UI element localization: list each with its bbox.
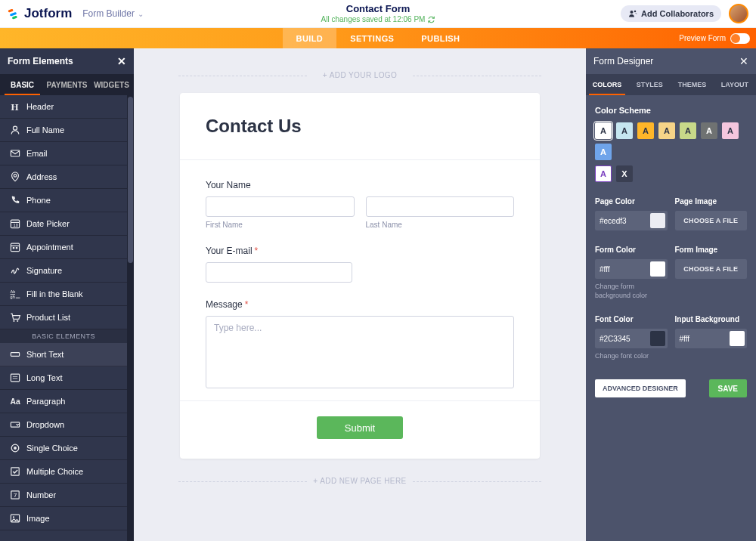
user-avatar[interactable] — [729, 4, 748, 23]
tab-styles[interactable]: STYLES — [628, 74, 671, 95]
element-signature[interactable]: Signature — [0, 259, 127, 283]
svg-point-34 — [13, 516, 14, 518]
element-date[interactable]: 10Date Picker — [0, 212, 127, 236]
form-heading-section[interactable]: Contact Us — [180, 93, 540, 159]
required-indicator: * — [245, 299, 249, 310]
element-header[interactable]: HHeader — [0, 95, 127, 119]
color-swatch[interactable]: A — [595, 122, 612, 139]
element-number[interactable]: 7Number — [0, 484, 127, 507]
svg-rect-15 — [16, 247, 17, 249]
chevron-down-icon: ⌄ — [138, 10, 144, 18]
svg-text:H: H — [11, 102, 18, 113]
element-label: Signature — [26, 266, 62, 275]
color-swatch[interactable]: A — [680, 122, 696, 139]
element-label: Short Text — [26, 350, 64, 359]
form-image-choose-button[interactable]: CHOOSE A FILE — [675, 259, 748, 279]
element-image[interactable]: Image — [0, 507, 127, 530]
main-area: Form Elements ✕ BASIC PAYMENTS WIDGETS H… — [0, 48, 756, 541]
font-color-chip — [650, 331, 665, 346]
prop-row-page: Page Color #ecedf3 Page Image CHOOSE A F… — [595, 197, 747, 230]
form-title[interactable]: Contact Form — [321, 3, 435, 14]
element-long[interactable]: Long Text — [0, 366, 127, 390]
color-swatch[interactable]: A — [701, 122, 717, 139]
element-single[interactable]: Single Choice — [0, 437, 127, 460]
email-input[interactable] — [206, 262, 352, 283]
right-panel-header: Form Designer ✕ — [586, 48, 756, 74]
close-right-panel-icon[interactable]: ✕ — [739, 55, 748, 67]
short-icon — [7, 348, 23, 360]
save-status-text: All changes saved at 12:06 PM — [321, 15, 426, 23]
element-label: Appointment — [26, 243, 73, 252]
form-color-chip — [650, 261, 665, 277]
element-phone[interactable]: Phone — [0, 189, 127, 212]
field-email[interactable]: Your E-mail* — [206, 246, 514, 283]
add-page-placeholder[interactable]: + ADD NEW PAGE HERE — [134, 477, 586, 485]
tab-build[interactable]: BUILD — [283, 28, 337, 48]
designer-save-button[interactable]: SAVE — [709, 379, 748, 397]
element-address[interactable]: Address — [0, 165, 127, 189]
tab-themes[interactable]: THEMES — [671, 74, 714, 95]
color-swatch[interactable]: A — [595, 144, 612, 160]
form-heading: Contact Us — [206, 116, 514, 137]
element-label: Image — [26, 514, 50, 523]
date-icon: 10 — [7, 218, 23, 230]
input-bg-input[interactable]: #fff — [675, 329, 748, 348]
add-collaborators-button[interactable]: Add Collaborators — [621, 5, 721, 22]
mode-selector[interactable]: Form Builder ⌄ — [82, 8, 144, 19]
address-icon — [7, 171, 23, 183]
subtab-basic[interactable]: BASIC — [0, 74, 45, 95]
tab-settings[interactable]: SETTINGS — [336, 28, 407, 48]
svg-rect-0 — [8, 9, 13, 13]
svg-text:7: 7 — [14, 492, 17, 499]
tab-publish[interactable]: PUBLISH — [407, 28, 473, 48]
preview-toggle[interactable] — [730, 33, 750, 44]
left-scrollbar-track[interactable] — [127, 95, 134, 541]
advanced-designer-button[interactable]: ADVANCED DESIGNER — [595, 379, 686, 397]
element-label: Email — [26, 149, 48, 158]
elements-scroll: HHeaderFull NameEmailAddressPhone10Date … — [0, 95, 134, 541]
form-color-input[interactable]: #fff — [595, 259, 668, 279]
element-paragraph[interactable]: AaParagraph — [0, 390, 127, 413]
color-swatch[interactable]: A — [595, 165, 612, 182]
element-short[interactable]: Short Text — [0, 343, 127, 366]
page-color-label: Page Color — [595, 197, 668, 206]
submit-button[interactable]: Submit — [317, 416, 403, 439]
close-left-panel-icon[interactable]: ✕ — [117, 55, 126, 67]
field-your-name[interactable]: Your Name First Name Last Name — [206, 180, 514, 229]
first-name-input[interactable] — [206, 196, 355, 217]
left-scrollbar-thumb[interactable] — [128, 97, 133, 263]
element-appointment[interactable]: Appointment — [0, 236, 127, 259]
color-swatch[interactable]: A — [637, 122, 654, 139]
page-image-choose-button[interactable]: CHOOSE A FILE — [675, 211, 748, 230]
color-swatch[interactable]: X — [616, 165, 633, 182]
tab-colors[interactable]: COLORS — [586, 74, 628, 95]
svg-text:10: 10 — [14, 223, 18, 227]
subtab-widgets[interactable]: WIDGETS — [89, 74, 134, 95]
element-email[interactable]: Email — [0, 142, 127, 165]
svg-rect-14 — [13, 247, 14, 249]
element-product[interactable]: Product List — [0, 306, 127, 329]
swatch-row-2: AX — [595, 165, 747, 182]
element-label: Number — [26, 490, 56, 499]
color-swatch[interactable]: A — [658, 122, 675, 139]
element-multiple[interactable]: Multiple Choice — [0, 460, 127, 484]
color-swatch[interactable]: A — [722, 122, 739, 139]
subtab-payments[interactable]: PAYMENTS — [45, 74, 89, 95]
element-dropdown[interactable]: Dropdown — [0, 413, 127, 437]
nav-tabs: BUILD SETTINGS PUBLISH — [283, 28, 474, 48]
color-swatch[interactable]: A — [616, 122, 633, 139]
email-icon — [7, 147, 23, 159]
page-color-input[interactable]: #ecedf3 — [595, 211, 668, 230]
field-message[interactable]: Message* Type here... — [206, 299, 514, 388]
font-color-input[interactable]: #2C3345 — [595, 329, 668, 348]
element-fullname[interactable]: Full Name — [0, 119, 127, 142]
add-logo-placeholder[interactable]: + ADD YOUR LOGO — [134, 71, 586, 79]
brand-logo[interactable]: Jotform — [8, 6, 72, 21]
svg-point-4 — [634, 11, 637, 13]
last-name-input[interactable] — [366, 196, 515, 217]
element-fill[interactable]: AbghFill in the Blank — [0, 283, 127, 306]
tab-layout[interactable]: LAYOUT — [714, 74, 756, 95]
message-textarea[interactable]: Type here... — [206, 316, 514, 388]
multiple-icon — [7, 465, 23, 478]
designer-tabs: COLORS STYLES THEMES LAYOUT — [586, 74, 756, 95]
